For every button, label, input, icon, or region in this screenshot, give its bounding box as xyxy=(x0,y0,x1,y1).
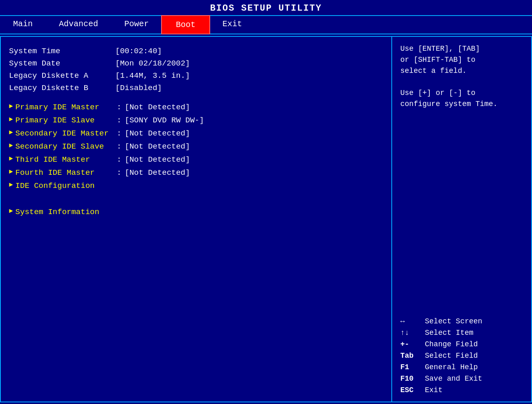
fourth-ide-master-label: Fourth IDE Master xyxy=(16,168,114,177)
arrow-fourth-ide-master: ► xyxy=(9,168,13,177)
key-arrow-ud: ↑↓ xyxy=(400,329,425,337)
key-esc: ESC xyxy=(400,386,425,394)
primary-ide-slave-value: [SONY DVD RW DW-] xyxy=(125,116,204,125)
arrow-secondary-ide-slave: ► xyxy=(9,142,13,151)
key-select-item: ↑↓ Select Item xyxy=(400,328,523,338)
secondary-ide-slave-value: [Not Detected] xyxy=(125,142,190,151)
help-line-5: configure system Time. xyxy=(400,99,523,110)
system-date-row: System Date [Mon 02/18/2002] xyxy=(9,57,383,70)
menu-advanced[interactable]: Advanced xyxy=(46,16,111,34)
primary-ide-master-label: Primary IDE Master xyxy=(16,103,114,112)
arrow-system-information: ► xyxy=(9,208,13,217)
fourth-ide-master-row[interactable]: ► Fourth IDE Master : [Not Detected] xyxy=(9,166,383,179)
arrow-ide-configuration: ► xyxy=(9,181,13,190)
key-select-field-desc: Select Field xyxy=(425,352,478,360)
fourth-ide-master-value: [Not Detected] xyxy=(125,168,190,177)
secondary-ide-slave-label: Secondary IDE Slave xyxy=(16,142,114,151)
key-select-screen: ↔ Select Screen xyxy=(400,316,523,326)
third-ide-master-value: [Not Detected] xyxy=(125,155,190,164)
legacy-diskette-b-row: Legacy Diskette B [Disabled] xyxy=(9,82,383,94)
menu-power[interactable]: Power xyxy=(111,16,162,34)
menu-exit[interactable]: Exit xyxy=(209,16,255,34)
arrow-secondary-ide-master: ► xyxy=(9,129,13,138)
key-change-field: +- Change Field xyxy=(400,339,523,349)
help-line-1: Use [ENTER], [TAB] xyxy=(400,43,523,54)
system-time-value[interactable]: [00:02:40] xyxy=(115,47,162,56)
key-general-help-desc: General Help xyxy=(425,363,478,371)
primary-ide-slave-row[interactable]: ► Primary IDE Slave : [SONY DVD RW DW-] xyxy=(9,114,383,127)
ide-configuration-label: IDE Configuration xyxy=(16,181,114,190)
legacy-diskette-a-label: Legacy Diskette A xyxy=(9,71,115,80)
third-ide-master-label: Third IDE Master xyxy=(16,155,114,164)
primary-ide-master-row[interactable]: ► Primary IDE Master : [Not Detected] xyxy=(9,101,383,114)
right-panel: Use [ENTER], [TAB] or [SHIFT-TAB] to sel… xyxy=(392,37,531,402)
help-line-spacer xyxy=(400,77,523,88)
ide-configuration-row[interactable]: ► IDE Configuration xyxy=(9,179,383,192)
system-date-value[interactable]: [Mon 02/18/2002] xyxy=(115,59,190,68)
menu-boot[interactable]: Boot xyxy=(162,16,209,34)
secondary-ide-slave-row[interactable]: ► Secondary IDE Slave : [Not Detected] xyxy=(9,140,383,153)
secondary-ide-master-label: Secondary IDE Master xyxy=(16,129,114,138)
menu-bar: Main Advanced Power Boot Exit xyxy=(0,15,532,34)
key-exit-desc: Exit xyxy=(425,386,442,394)
system-time-row: System Time [00:02:40] xyxy=(9,45,383,57)
key-tab: Tab xyxy=(400,352,425,360)
key-plus-minus: +- xyxy=(400,340,425,348)
legacy-diskette-a-row: Legacy Diskette A [1.44M, 3.5 in.] xyxy=(9,70,383,82)
help-line-3: select a field. xyxy=(400,65,523,77)
secondary-ide-master-row[interactable]: ► Secondary IDE Master : [Not Detected] xyxy=(9,127,383,140)
legacy-diskette-b-value[interactable]: [Disabled] xyxy=(115,84,162,93)
legacy-diskette-b-label: Legacy Diskette B xyxy=(9,84,115,93)
key-save-exit-desc: Save and Exit xyxy=(425,375,482,383)
third-ide-master-row[interactable]: ► Third IDE Master : [Not Detected] xyxy=(9,153,383,166)
main-content: System Time [00:02:40] System Date [Mon … xyxy=(0,36,532,402)
key-save-exit: F10 Save and Exit xyxy=(400,374,523,384)
menu-main[interactable]: Main xyxy=(0,16,46,34)
key-select-screen-desc: Select Screen xyxy=(425,317,482,325)
arrow-third-ide-master: ► xyxy=(9,155,13,164)
left-panel: System Time [00:02:40] System Date [Mon … xyxy=(1,37,392,402)
key-f1: F1 xyxy=(400,363,425,371)
system-information-label: System Information xyxy=(16,208,114,217)
help-line-4: Use [+] or [-] to xyxy=(400,88,523,99)
help-line-2: or [SHIFT-TAB] to xyxy=(400,54,523,65)
arrow-primary-ide-slave: ► xyxy=(9,116,13,125)
key-select-field: Tab Select Field xyxy=(400,351,523,361)
arrow-primary-ide-master: ► xyxy=(9,103,13,112)
bios-title: BIOS SETUP UTILITY xyxy=(0,0,532,15)
system-information-row[interactable]: ► System Information xyxy=(9,205,383,219)
key-arrow-lr: ↔ xyxy=(400,317,425,325)
keys-section: ↔ Select Screen ↑↓ Select Item +- Change… xyxy=(400,316,523,395)
legacy-diskette-a-value[interactable]: [1.44M, 3.5 in.] xyxy=(115,71,190,80)
key-f10: F10 xyxy=(400,375,425,383)
primary-ide-master-value: [Not Detected] xyxy=(125,103,190,112)
key-select-item-desc: Select Item xyxy=(425,329,474,337)
primary-ide-slave-label: Primary IDE Slave xyxy=(16,116,114,125)
system-time-label: System Time xyxy=(9,47,115,56)
key-general-help: F1 General Help xyxy=(400,362,523,372)
system-date-label: System Date xyxy=(9,59,115,68)
help-text-block: Use [ENTER], [TAB] or [SHIFT-TAB] to sel… xyxy=(400,43,523,110)
secondary-ide-master-value: [Not Detected] xyxy=(125,129,190,138)
key-change-field-desc: Change Field xyxy=(425,340,478,348)
key-exit: ESC Exit xyxy=(400,385,523,395)
